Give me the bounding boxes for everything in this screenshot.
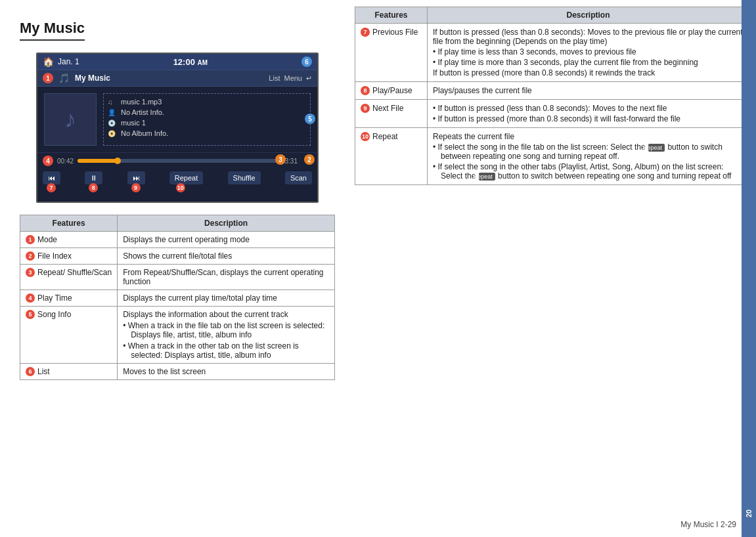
left-description-cell: Moves to the list screen: [118, 364, 335, 380]
next-btn-area: ⏭ 9: [127, 171, 145, 184]
left-feature-cell: 3 Repeat/ Shuffle/Scan: [20, 265, 118, 290]
header-date: Jan. 1: [58, 57, 79, 66]
track-icon: ♫: [108, 98, 117, 106]
progress-bar[interactable]: [78, 159, 277, 163]
shuffle-button[interactable]: Shuffle: [228, 171, 261, 184]
artist-row: 👤 No Artist Info.: [108, 108, 306, 116]
nav-buttons: List Menu ↵: [269, 74, 312, 83]
nav-menu[interactable]: Menu: [284, 74, 302, 83]
left-description-cell: Displays the current play time/total pla…: [118, 290, 335, 307]
left-table-col1: Features: [20, 215, 118, 232]
artist-icon: 👤: [108, 109, 117, 116]
side-accent: 20: [742, 0, 756, 537]
right-panel: Features Description 7 Previous FileIf b…: [348, 0, 756, 537]
badge-2: 2: [304, 154, 315, 165]
left-table-col2: Description: [118, 215, 335, 232]
right-features-table: Features Description 7 Previous FileIf b…: [355, 7, 749, 185]
right-feature-cell: 10 Repeat: [355, 128, 428, 185]
nav-list[interactable]: List: [269, 74, 280, 83]
badge-1: 1: [43, 73, 53, 83]
right-feature-cell: 7 Previous File: [355, 24, 428, 82]
player-screenshot: 🏠 Jan. 1 12:00 AM 6 1 🎵 My Music List: [36, 53, 319, 203]
artist-name: No Artist Info.: [121, 108, 164, 116]
track-name-row: ♫ music 1.mp3: [108, 98, 306, 106]
nav-back[interactable]: ↵: [306, 74, 312, 83]
left-description-cell: Shows the current file/total files: [118, 248, 335, 265]
time-row: 4 00:42 03:31 3 2: [43, 156, 312, 166]
right-description-cell: • If button is pressed (less than 0.8 se…: [428, 100, 749, 128]
header-time: 12:00 AM: [173, 57, 208, 67]
progress-dot: [114, 158, 121, 164]
left-features-table: Features Description 1 ModeDisplays the …: [20, 215, 335, 380]
controls-row: ⏮ 7 ⏸ 8 ⏭ 9 Repeat 10 Shuffle: [43, 169, 312, 187]
left-feature-cell: 1 Mode: [20, 232, 118, 248]
next-button[interactable]: ⏭: [127, 171, 145, 184]
player-bottom-bar: 4 00:42 03:31 3 2 ⏮ 7: [37, 152, 317, 202]
album-info-icon: 📀: [108, 130, 117, 137]
left-feature-cell: 6 List: [20, 364, 118, 380]
badge-10: 10: [176, 183, 185, 192]
album-info: No Album Info.: [121, 129, 168, 137]
badge-9: 9: [131, 183, 141, 192]
album-art: ♪: [44, 93, 97, 146]
prev-button[interactable]: ⏮: [43, 171, 60, 184]
left-description-cell: Displays the information about the curre…: [118, 307, 335, 364]
header-badge-6: 6: [301, 56, 312, 67]
repeat-btn-area: Repeat 10: [169, 171, 203, 184]
nav-title: My Music: [75, 74, 263, 83]
right-description-cell: Plays/pauses the current file: [428, 82, 749, 100]
player-nav-bar: 1 🎵 My Music List Menu ↵: [37, 70, 317, 87]
badge-4: 4: [43, 156, 53, 166]
time-current: 00:42: [57, 158, 74, 165]
page-footer: My Music I 2-29: [680, 520, 736, 529]
chapter-number: 20: [745, 509, 753, 517]
play-btn-area: ⏸ 8: [85, 171, 102, 184]
play-pause-button[interactable]: ⏸: [85, 171, 102, 184]
left-description-cell: From Repeat/Shuffle/Scan, displays the c…: [118, 265, 335, 290]
right-feature-cell: 8 Play/Pause: [355, 82, 428, 100]
album-icon: 💿: [108, 119, 117, 127]
right-table-col1: Features: [355, 7, 428, 24]
album-info-row: 📀 No Album Info.: [108, 129, 306, 137]
left-feature-cell: 5 Song Info: [20, 307, 118, 364]
track-name: music 1.mp3: [121, 98, 162, 106]
player-content: ♪ ♫ music 1.mp3 👤 No Artist Info. 💿 musi…: [37, 87, 317, 152]
player-header: 🏠 Jan. 1 12:00 AM 6: [37, 54, 317, 70]
left-panel: My Music 🏠 Jan. 1 12:00 AM 6 1 �: [0, 0, 348, 537]
badge-7: 7: [47, 183, 56, 192]
track-info: ♫ music 1.mp3 👤 No Artist Info. 💿 music …: [103, 93, 311, 146]
repeat-button[interactable]: Repeat: [169, 171, 203, 184]
scan-button[interactable]: Scan: [285, 171, 312, 184]
album-name: music 1: [121, 119, 146, 127]
right-feature-cell: 9 Next File: [355, 100, 428, 128]
left-description-cell: Displays the current operating mode: [118, 232, 335, 248]
badge-6: 6: [301, 56, 312, 67]
right-table-col2: Description: [428, 7, 749, 24]
player-header-left: 🏠 Jan. 1: [43, 56, 79, 67]
right-description-cell: If button is pressed (less than 0.8 seco…: [428, 24, 749, 82]
badge-3: 3: [275, 154, 286, 165]
progress-fill: [78, 159, 118, 163]
music-note-icon: ♪: [64, 106, 76, 133]
left-feature-cell: 4 Play Time: [20, 290, 118, 307]
page-title: My Music: [20, 20, 85, 41]
badge-5: 5: [305, 114, 315, 124]
left-feature-cell: 2 File Index: [20, 248, 118, 265]
album-row: 💿 music 1: [108, 119, 306, 127]
right-description-cell: Repeats the current file• If select the …: [428, 128, 749, 185]
prev-btn-area: ⏮ 7: [43, 171, 60, 184]
